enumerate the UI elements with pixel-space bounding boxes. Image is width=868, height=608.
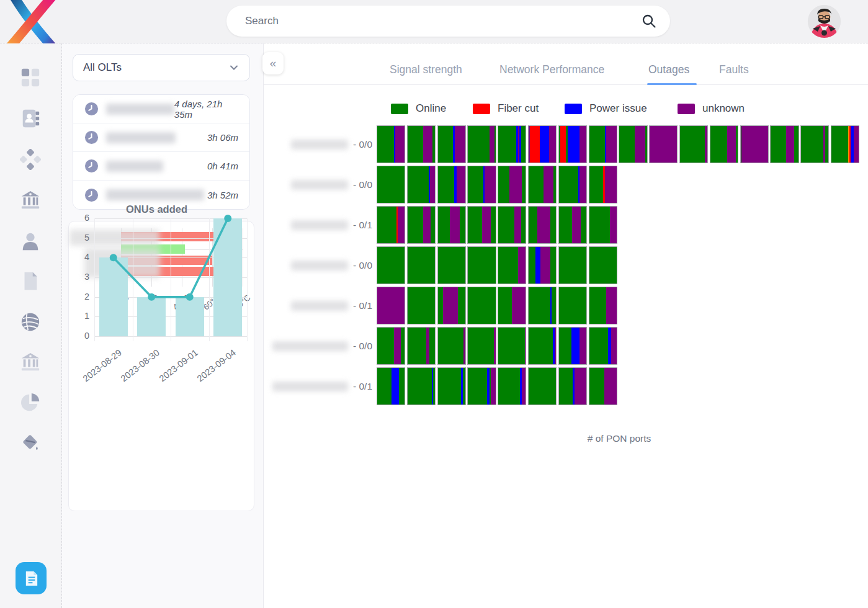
status-stripe-g	[468, 247, 495, 284]
heatmap-row-label: - 0/0	[211, 125, 372, 163]
heatmap-row-label: - 0/0	[211, 327, 372, 365]
row-label-suffix: - 0/1	[353, 381, 372, 392]
notes-button[interactable]	[16, 562, 47, 594]
onus-y-tick: 6	[74, 213, 89, 223]
status-stripe-p	[579, 126, 586, 163]
status-stripe-g	[581, 207, 586, 243]
onus-vgridline	[133, 218, 133, 341]
pon-port-cell	[770, 125, 799, 163]
pon-port-cell	[528, 367, 557, 405]
user-icon[interactable]	[19, 230, 42, 254]
tab-network-performance[interactable]: Network Performance	[499, 63, 604, 76]
row-name-redacted	[291, 220, 348, 230]
notes-document-icon	[23, 570, 40, 587]
onus-y-tick: 0	[74, 331, 89, 341]
status-stripe-g	[553, 166, 556, 203]
status-stripe-g	[458, 287, 465, 324]
bank-light-icon[interactable]	[19, 351, 42, 374]
row-name-redacted	[291, 140, 348, 150]
status-stripe-g	[710, 126, 727, 163]
status-stripe-g	[736, 126, 738, 163]
status-stripe-p	[394, 328, 401, 364]
status-stripe-p	[727, 126, 735, 163]
status-stripe-p	[509, 166, 522, 203]
yarn-ball-icon[interactable]	[19, 310, 42, 334]
status-stripe-p	[575, 368, 586, 405]
status-stripe-g	[589, 328, 608, 364]
status-stripe-g	[438, 368, 462, 405]
status-stripe-b	[540, 126, 550, 163]
onus-y-tick: 3	[74, 272, 89, 282]
pon-port-cell	[377, 166, 405, 203]
status-stripe-g	[468, 328, 494, 364]
heatmap-row-cells	[377, 327, 617, 365]
diamond-droplet-icon[interactable]	[19, 431, 42, 455]
status-stripe-p	[514, 207, 522, 243]
status-stripe-p	[606, 287, 617, 324]
heatmap-row-label: - 0/1	[211, 206, 372, 244]
status-stripe-g	[529, 368, 556, 405]
onus-bar	[176, 297, 204, 336]
pon-port-cell	[589, 166, 617, 203]
tab-outages[interactable]: Outages	[648, 63, 689, 76]
status-stripe-r	[560, 126, 566, 163]
status-stripe-p	[443, 287, 459, 324]
heatmap-x-axis-label: # of PON ports	[324, 433, 868, 444]
legend-item: Power issue	[565, 102, 647, 115]
status-stripe-g	[408, 126, 424, 163]
legend-swatch	[391, 104, 408, 114]
status-stripe-g	[408, 368, 432, 405]
bank-icon[interactable]	[19, 189, 42, 212]
pon-port-cell	[528, 125, 557, 163]
pon-port-cell	[528, 206, 557, 244]
row-label-suffix: - 0/1	[353, 220, 372, 231]
status-stripe-g	[468, 207, 482, 243]
pon-port-cell	[467, 166, 496, 203]
legend-label: Power issue	[589, 102, 647, 115]
document-icon[interactable]	[19, 269, 42, 293]
status-stripe-r	[530, 126, 540, 163]
tab-signal-strength[interactable]: Signal strength	[390, 63, 462, 76]
status-stripe-g	[438, 328, 464, 364]
status-stripe-g	[529, 328, 553, 364]
pon-port-cell	[407, 166, 436, 203]
pon-port-cell	[558, 367, 587, 405]
onus-y-tick: 5	[74, 233, 89, 243]
status-stripe-g	[408, 328, 426, 364]
pon-port-cell	[377, 125, 405, 163]
heatmap-row-label: - 0/1	[211, 367, 372, 405]
pon-port-cell	[558, 246, 587, 284]
onus-y-tick: 1	[74, 311, 89, 321]
row-name-redacted	[272, 341, 348, 351]
onus-bar	[99, 257, 128, 336]
avatar-illustration	[808, 5, 841, 38]
status-stripe-g	[521, 207, 526, 243]
user-avatar[interactable]	[808, 5, 841, 38]
pie-chart-icon[interactable]	[19, 391, 42, 414]
status-stripe-p	[423, 126, 432, 163]
dashboard-icon[interactable]	[19, 66, 42, 89]
pon-port-cell	[589, 125, 617, 163]
status-stripe-p	[611, 328, 617, 364]
pon-port-cell	[498, 206, 526, 244]
status-stripe-g	[498, 247, 518, 284]
status-stripe-p	[572, 207, 581, 243]
row-name-redacted	[291, 261, 348, 270]
contacts-icon[interactable]	[19, 107, 42, 130]
heatmap-row-cells	[377, 206, 617, 244]
pon-port-cell	[498, 327, 526, 365]
heatmap-row-cells	[377, 166, 617, 203]
tab-faults[interactable]: Faults	[719, 63, 749, 76]
search-input[interactable]	[244, 14, 642, 28]
onus-bar	[137, 297, 166, 336]
status-stripe-p	[395, 126, 405, 163]
search-icon[interactable]	[642, 14, 656, 29]
status-stripe-g	[498, 368, 520, 405]
pon-port-cell	[528, 166, 557, 203]
top-bar	[0, 0, 868, 43]
status-stripe-g	[589, 126, 606, 163]
row-label-suffix: - 0/0	[353, 179, 372, 190]
diamonds-icon[interactable]	[19, 148, 42, 171]
heatmap-legend: OnlineFiber cutPower issueunknown	[264, 102, 868, 115]
pon-port-cell	[498, 166, 526, 203]
